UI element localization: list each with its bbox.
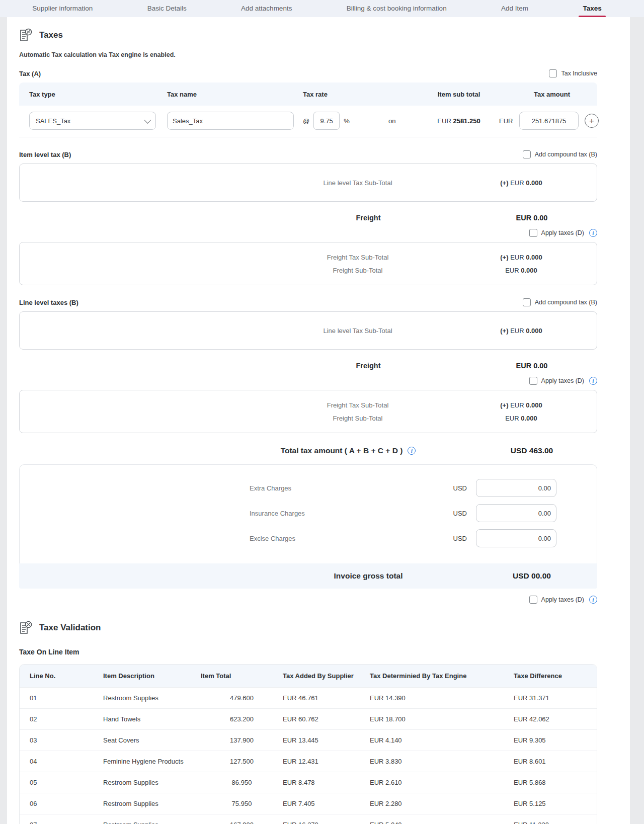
tax-engine-note: Automatic Tax calculation via Tax engine… <box>19 51 597 58</box>
tax-a-table: Tax type Tax name Tax rate Item sub tota… <box>19 83 597 137</box>
checkbox-icon[interactable] <box>529 596 537 604</box>
freight-value-1: EUR 0.00 <box>466 214 597 222</box>
table-cell: 02 <box>30 715 103 723</box>
tab-basic-details[interactable]: Basic Details <box>146 1 188 17</box>
table-cell: 04 <box>30 758 103 765</box>
invoice-gross-total-value: USD 00.00 <box>466 571 597 581</box>
line-sub-label: Line level Tax Sub-Total <box>260 327 456 335</box>
col-item-total: Item Total <box>201 672 283 680</box>
table-cell: EUR 7.405 <box>283 800 370 807</box>
table-cell: EUR 12.431 <box>283 758 370 765</box>
insurance-charges-label: Insurance Charges <box>250 510 416 517</box>
info-icon[interactable]: i <box>589 596 597 604</box>
table-cell: EUR 31.371 <box>514 694 597 702</box>
add-tax-row-button[interactable]: + <box>585 114 599 128</box>
col-tax-added-by-supplier: Tax Added By Supplier <box>283 672 370 680</box>
checkbox-icon[interactable] <box>529 229 537 237</box>
value: 0.000 <box>526 254 542 261</box>
checkbox-icon[interactable] <box>549 69 557 77</box>
table-cell: EUR 2.610 <box>370 779 514 786</box>
table-cell: EUR 8.601 <box>514 758 597 765</box>
tab-add-item[interactable]: Add Item <box>500 1 529 17</box>
info-icon[interactable]: i <box>589 377 597 385</box>
compound-tax-checkbox-2[interactable]: Add compound tax (B) <box>523 298 597 306</box>
value: 0.000 <box>521 415 537 422</box>
extra-charges-row: Extra Charges USD <box>20 479 597 497</box>
col-tax-amount: Tax amount <box>519 91 585 98</box>
table-row: 07Restroom Supplies167.900EUR 16.370EUR … <box>20 814 597 824</box>
table-cell: EUR 46.761 <box>283 694 370 702</box>
tax-name-input[interactable] <box>167 112 294 130</box>
col-tax-type: Tax type <box>29 91 167 98</box>
extra-charges-input[interactable] <box>476 479 556 497</box>
validation-table-header: Line No. Item Description Item Total Tax… <box>20 665 597 687</box>
tax-type-select[interactable]: SALES_Tax <box>29 112 156 130</box>
subtotal-value: 2581.250 <box>453 117 480 125</box>
line-level-subtotal-box-2: Line level Tax Sub-Total (+) EUR 0.000 <box>19 311 597 350</box>
tax-type-value: SALES_Tax <box>36 117 70 125</box>
col-tax-rate: Tax rate <box>303 91 419 98</box>
table-cell: EUR 5.040 <box>370 821 514 824</box>
validation-title: Taxe Validation <box>39 623 101 633</box>
freight-label-1: Freight <box>270 214 466 222</box>
table-cell: EUR 4.140 <box>370 736 514 744</box>
tab-add-attachments[interactable]: Add attachments <box>240 1 293 17</box>
table-cell: Restroom Supplies <box>103 821 201 824</box>
table-cell: EUR 16.370 <box>283 821 370 824</box>
table-cell: EUR 13.445 <box>283 736 370 744</box>
checkbox-icon[interactable] <box>523 150 531 158</box>
compound-tax-label: Add compound tax (B) <box>535 151 597 158</box>
subtotal-currency: EUR <box>437 117 451 125</box>
table-cell: EUR 9.305 <box>514 736 597 744</box>
checkbox-icon[interactable] <box>529 377 537 385</box>
percent-symbol: % <box>344 117 350 125</box>
insurance-charges-row: Insurance Charges USD <box>20 504 597 522</box>
info-icon[interactable]: i <box>589 229 597 237</box>
apply-taxes-checkbox-1[interactable]: Apply taxes (D) <box>529 229 584 237</box>
tax-a-table-header: Tax type Tax name Tax rate Item sub tota… <box>19 83 597 106</box>
table-cell: EUR 42.062 <box>514 715 597 723</box>
tab-supplier-information[interactable]: Supplier information <box>31 1 94 17</box>
table-cell: 137.900 <box>201 736 283 744</box>
info-icon[interactable]: i <box>408 447 416 455</box>
charges-box: Extra Charges USD Insurance Charges USD … <box>19 464 597 563</box>
col-tax-determined-by-engine: Tax Determinied By Tax Engine <box>370 672 514 680</box>
table-cell: EUR 14.390 <box>370 694 514 702</box>
tab-taxes[interactable]: Taxes <box>582 1 602 17</box>
table-cell: EUR 3.830 <box>370 758 514 765</box>
currency: USD <box>416 510 476 517</box>
value: 0.000 <box>526 327 542 335</box>
tab-billing-cost-booking[interactable]: Billing & cost booking information <box>346 1 448 17</box>
table-cell: 06 <box>30 800 103 807</box>
compound-tax-checkbox-1[interactable]: Add compound tax (B) <box>523 150 597 158</box>
plus-sign: (+) <box>500 327 508 335</box>
line-level-taxes-label: Line level taxes (B) <box>19 299 78 306</box>
table-row: 02Hand Towels623.200EUR 60.762EUR 18.700… <box>20 708 597 729</box>
table-cell: 86.950 <box>201 779 283 786</box>
table-cell: Feminine Hygiene Products <box>103 758 201 765</box>
checkbox-icon[interactable] <box>523 298 531 306</box>
freight-tax-sub-label: Freight Tax Sub-Total <box>260 254 456 261</box>
freight-sub-label: Freight Sub-Total <box>260 415 456 422</box>
table-cell: Restroom Supplies <box>103 800 201 807</box>
col-tax-name: Tax name <box>167 91 303 98</box>
invoice-gross-total-label: Invoice gross total <box>270 571 466 581</box>
tax-inclusive-checkbox[interactable]: Tax Inclusive <box>549 69 597 77</box>
currency: EUR <box>510 327 524 335</box>
apply-taxes-checkbox-3[interactable]: Apply taxes (D) <box>529 596 584 604</box>
tax-amount-input[interactable] <box>519 112 579 130</box>
table-cell: Seat Covers <box>103 736 201 744</box>
freight-sub-label: Freight Sub-Total <box>260 267 456 274</box>
tax-rate-input[interactable] <box>313 112 340 130</box>
currency: EUR <box>505 267 519 274</box>
amount-currency: EUR <box>499 117 519 125</box>
on-label: on <box>388 117 419 125</box>
table-cell: EUR 18.700 <box>370 715 514 723</box>
apply-taxes-checkbox-2[interactable]: Apply taxes (D) <box>529 377 584 385</box>
table-cell: 07 <box>30 821 103 824</box>
insurance-charges-input[interactable] <box>476 504 556 522</box>
excise-charges-input[interactable] <box>476 529 556 547</box>
table-cell: 623.200 <box>201 715 283 723</box>
table-cell: 479.600 <box>201 694 283 702</box>
wizard-tab-bar: Supplier information Basic Details Add a… <box>0 0 644 17</box>
